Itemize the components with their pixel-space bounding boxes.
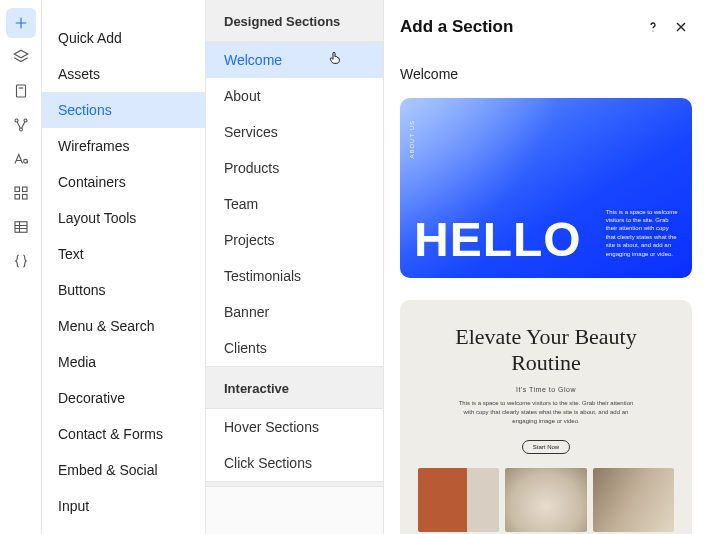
primary-item-assets[interactable]: Assets xyxy=(42,56,205,92)
cursor-pointer-icon xyxy=(327,50,343,66)
rail-table-icon[interactable] xyxy=(6,212,36,242)
svg-rect-0 xyxy=(16,85,25,97)
icon-rail xyxy=(0,0,42,534)
close-button[interactable] xyxy=(670,16,692,38)
preview-headline: HELLO xyxy=(414,216,582,264)
help-button[interactable] xyxy=(642,16,664,38)
preview-beauty-desc: This is a space to welcome visitors to t… xyxy=(456,399,636,426)
primary-item-buttons[interactable]: Buttons xyxy=(42,272,205,308)
svg-point-3 xyxy=(19,128,22,131)
primary-item-input[interactable]: Input xyxy=(42,488,205,524)
primary-item-text[interactable]: Text xyxy=(42,236,205,272)
rail-page-icon[interactable] xyxy=(6,76,36,106)
secondary-item-services[interactable]: Services xyxy=(206,114,383,150)
preview-beauty-tagline: It's Time to Glow xyxy=(418,386,674,393)
secondary-item-testimonials[interactable]: Testimonials xyxy=(206,258,383,294)
content-header: Add a Section xyxy=(384,0,708,52)
primary-item-layout-tools[interactable]: Layout Tools xyxy=(42,200,205,236)
panel-title: Add a Section xyxy=(400,17,636,37)
secondary-item-about[interactable]: About xyxy=(206,78,383,114)
primary-item-menu-search[interactable]: Menu & Search xyxy=(42,308,205,344)
primary-item-containers[interactable]: Containers xyxy=(42,164,205,200)
primary-panel: Quick Add Assets Sections Wireframes Con… xyxy=(42,0,206,534)
section-preview-beauty[interactable]: Elevate Your Beauty Routine It's Time to… xyxy=(400,300,692,534)
secondary-item-banner[interactable]: Banner xyxy=(206,294,383,330)
primary-item-quick-add[interactable]: Quick Add xyxy=(42,20,205,56)
preview-beauty-button: Start Now xyxy=(522,440,570,454)
secondary-item-click-sections[interactable]: Click Sections xyxy=(206,445,383,481)
rail-layers-icon[interactable] xyxy=(6,42,36,72)
svg-point-2 xyxy=(24,119,27,122)
preview-image-icon xyxy=(418,468,499,532)
secondary-item-hover-sections[interactable]: Hover Sections xyxy=(206,409,383,445)
secondary-group-divider xyxy=(206,481,383,487)
svg-rect-9 xyxy=(15,222,27,233)
secondary-group-interactive: Interactive xyxy=(206,366,383,409)
preview-beauty-title: Elevate Your Beauty Routine xyxy=(418,324,674,376)
secondary-item-team[interactable]: Team xyxy=(206,186,383,222)
preview-beauty-images xyxy=(418,468,674,532)
svg-point-10 xyxy=(652,30,653,31)
primary-item-contact-forms[interactable]: Contact & Forms xyxy=(42,416,205,452)
secondary-item-clients[interactable]: Clients xyxy=(206,330,383,366)
primary-item-wireframes[interactable]: Wireframes xyxy=(42,128,205,164)
svg-rect-7 xyxy=(15,195,20,200)
rail-text-style-icon[interactable] xyxy=(6,144,36,174)
svg-rect-8 xyxy=(22,195,27,200)
rail-braces-icon[interactable] xyxy=(6,246,36,276)
svg-point-1 xyxy=(15,119,18,122)
secondary-panel: Designed Sections Welcome About Services… xyxy=(206,0,384,534)
category-label: Welcome xyxy=(400,66,692,82)
primary-item-media[interactable]: Media xyxy=(42,344,205,380)
preview-image-icon xyxy=(505,468,586,532)
secondary-item-products[interactable]: Products xyxy=(206,150,383,186)
svg-rect-5 xyxy=(15,187,20,192)
rail-apps-icon[interactable] xyxy=(6,178,36,208)
primary-item-embed-social[interactable]: Embed & Social xyxy=(42,452,205,488)
secondary-item-label: Welcome xyxy=(224,52,282,68)
content-panel: Add a Section Welcome ABOUT US HELLO Thi… xyxy=(384,0,708,534)
secondary-item-welcome[interactable]: Welcome xyxy=(206,42,383,78)
secondary-group-designed-sections: Designed Sections xyxy=(206,0,383,42)
rail-data-icon[interactable] xyxy=(6,110,36,140)
preview-image-icon xyxy=(593,468,674,532)
primary-item-sections[interactable]: Sections xyxy=(42,92,205,128)
svg-rect-6 xyxy=(22,187,27,192)
rail-add-icon[interactable] xyxy=(6,8,36,38)
preview-subtext: This is a space to welcome visitors to t… xyxy=(606,208,678,258)
secondary-item-projects[interactable]: Projects xyxy=(206,222,383,258)
primary-item-decorative[interactable]: Decorative xyxy=(42,380,205,416)
section-preview-hello[interactable]: ABOUT US HELLO This is a space to welcom… xyxy=(400,98,692,278)
preview-vertical-label: ABOUT US xyxy=(409,120,415,159)
